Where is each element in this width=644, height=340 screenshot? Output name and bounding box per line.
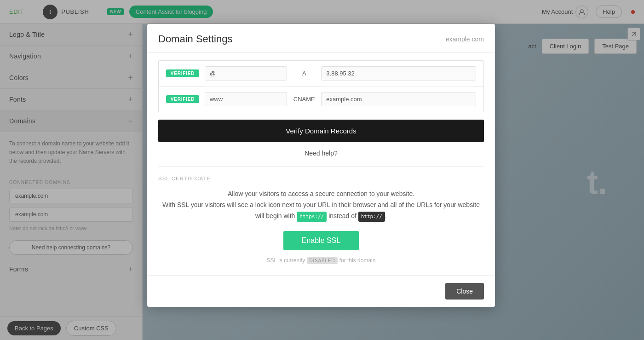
dns-row-1: VERIFIED @ A 3.88.95.32 [159,61,483,86]
modal-footer: Close [147,275,495,307]
ssl-period: . [385,212,387,219]
ssl-section: SSL CERTIFICATE Allow your visitors to a… [158,166,484,275]
dns-value-1: 3.88.95.32 [321,66,476,81]
modal-domain: example.com [446,35,484,43]
dns-type-1: A [293,70,316,77]
verify-domain-button[interactable]: Verify Domain Records [158,120,484,142]
ssl-status-text: SSL is currently DISABLED for this domai… [267,257,376,264]
dns-section: VERIFIED @ A 3.88.95.32 VERIFIED www CNA… [147,60,495,120]
close-button[interactable]: Close [445,283,484,300]
need-help-link[interactable]: Need help? [147,148,495,166]
verified-badge-2: VERIFIED [166,95,199,103]
http-code: http:// [358,212,385,222]
ssl-instead-of: instead of [328,212,356,219]
ssl-desc-line1: Allow your visitors to access a secure c… [228,190,414,197]
dns-row-2: VERIFIED www CNAME example.com [159,86,483,112]
ssl-body: Allow your visitors to access a secure c… [158,189,484,275]
enable-ssl-button[interactable]: Enable SSL [283,231,359,250]
dns-table: VERIFIED @ A 3.88.95.32 VERIFIED www CNA… [158,60,484,112]
https-code: https:// [297,212,327,222]
ssl-disabled-badge: DISABLED [307,257,338,264]
dns-host-2: www [205,92,287,106]
dns-host-1: @ [205,66,287,81]
ssl-section-title: SSL CERTIFICATE [158,167,484,189]
verified-badge-1: VERIFIED [166,69,199,77]
ssl-description: Allow your visitors to access a secure c… [158,189,484,222]
modal-header: Domain Settings example.com [147,24,495,53]
modal-title: Domain Settings [158,33,232,45]
dns-value-2: example.com [321,92,476,106]
dns-type-2: CNAME [293,96,316,103]
domain-settings-modal: Domain Settings example.com VERIFIED @ A… [147,24,495,307]
